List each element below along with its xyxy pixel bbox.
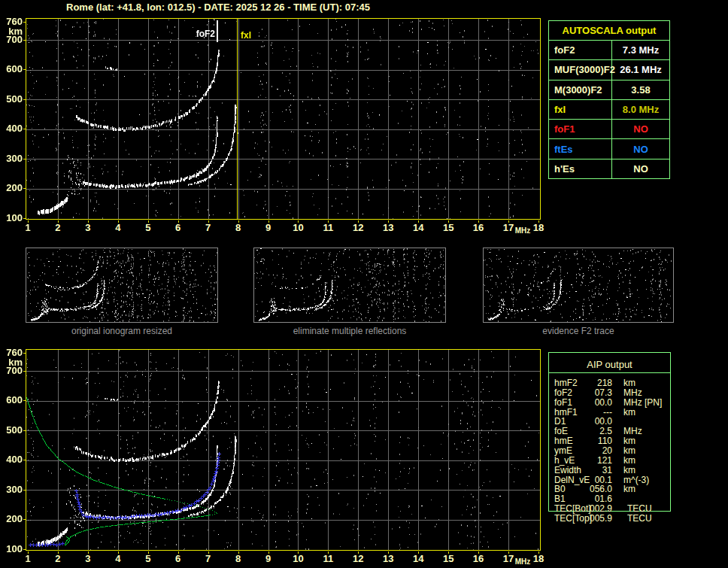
y-axis-tick bbox=[23, 22, 26, 23]
table-cell-unit: km bbox=[623, 484, 635, 494]
table-row: M(3000)F23.58 bbox=[549, 80, 669, 100]
y-axis-tick bbox=[23, 460, 26, 460]
table-cell-unit: km bbox=[623, 436, 635, 445]
table-cell-label: foF2 bbox=[549, 41, 612, 59]
table-cell-value: 01.6 bbox=[572, 494, 612, 503]
y-axis-tick-label: 400 bbox=[0, 454, 23, 465]
table-cell-unit: km bbox=[623, 378, 635, 387]
table-cell-value: NO bbox=[612, 123, 669, 135]
x-axis-tick-label: 3 bbox=[79, 554, 97, 564]
y-axis-tick-label: 200 bbox=[0, 183, 23, 193]
bottom-ionogram-canvas bbox=[26, 349, 541, 551]
table-cell-unit: MHz bbox=[623, 427, 642, 436]
x-axis-tick bbox=[178, 551, 179, 554]
table-cell-label: ymE bbox=[554, 446, 572, 455]
y-axis-tick-label: 600 bbox=[0, 395, 23, 405]
table-cell-label: D1 bbox=[554, 417, 566, 426]
table-cell-value: 31 bbox=[572, 466, 612, 475]
x-axis-tick bbox=[508, 220, 509, 223]
table-cell-unit: km bbox=[623, 466, 635, 475]
table-cell-label: foE bbox=[554, 427, 568, 436]
aip-header-divider bbox=[549, 372, 670, 373]
x-axis-tick-label: 9 bbox=[259, 223, 278, 233]
table-cell-value: NO bbox=[612, 163, 669, 175]
x-axis-tick bbox=[118, 220, 119, 223]
table-cell-value: 218 bbox=[572, 378, 612, 387]
table-cell-value: NO bbox=[612, 144, 669, 155]
x-axis-tick bbox=[358, 551, 359, 554]
y-axis-tick bbox=[23, 218, 26, 219]
x-axis-tick-label: 16 bbox=[469, 223, 487, 233]
y-axis-tick-label: 500 bbox=[0, 425, 23, 436]
y-axis-tick-label: 200 bbox=[0, 514, 23, 524]
table-cell-label: hmE bbox=[554, 436, 573, 445]
x-axis-tick bbox=[58, 551, 59, 554]
table-cell-value: 00.0 bbox=[572, 417, 612, 426]
y-axis-tick bbox=[23, 353, 26, 354]
fof2-marker-label: foF2 bbox=[187, 29, 215, 39]
thumbnail-caption-original: original ionogram resized bbox=[19, 326, 225, 336]
y-axis-tick bbox=[23, 129, 26, 129]
x-axis-tick bbox=[478, 551, 479, 554]
table-cell-value: 110 bbox=[572, 436, 612, 445]
y-axis-unit: km bbox=[0, 26, 23, 37]
x-axis-tick bbox=[268, 551, 269, 554]
x-axis-tick-label: 8 bbox=[229, 554, 247, 564]
y-axis-tick bbox=[23, 99, 26, 100]
x-axis-tick bbox=[538, 551, 539, 554]
x-axis-tick-label: 5 bbox=[139, 223, 157, 233]
x-axis-tick bbox=[88, 220, 89, 223]
x-axis-tick-label: 12 bbox=[349, 223, 367, 233]
thumbnail-caption-evidence: evidence F2 trace bbox=[476, 326, 681, 336]
x-axis-tick bbox=[328, 551, 329, 554]
x-axis-tick bbox=[178, 220, 179, 223]
y-axis-tick bbox=[23, 549, 26, 550]
x-axis-tick-label: 4 bbox=[109, 554, 127, 564]
y-axis-tick-label: 600 bbox=[0, 64, 23, 74]
x-axis-tick bbox=[88, 551, 89, 554]
x-axis-tick bbox=[418, 551, 419, 554]
table-row: foF1NO bbox=[549, 120, 669, 139]
x-axis-tick-label: 6 bbox=[169, 554, 187, 564]
table-row: h'EsNO bbox=[549, 159, 669, 178]
x-axis-tick-label: 13 bbox=[379, 554, 397, 564]
thumbnail-eliminate-multiple-reflections bbox=[253, 248, 446, 323]
table-cell-value: 002.9 bbox=[572, 504, 612, 513]
x-axis-tick-label: 12 bbox=[349, 554, 367, 564]
table-cell-value: 7.3 MHz bbox=[612, 44, 669, 56]
x-axis-tick bbox=[448, 551, 449, 554]
station-header: Rome (lat: +41.8, lon: 012.5) - DATE: 20… bbox=[66, 2, 370, 13]
y-axis-tick-label: 300 bbox=[0, 153, 23, 164]
table-cell-value: 26.1 MHz bbox=[612, 64, 669, 75]
x-axis-tick bbox=[478, 220, 479, 223]
table-cell-value: 00.0 bbox=[572, 398, 612, 407]
x-axis-tick bbox=[238, 220, 239, 223]
x-axis-tick bbox=[358, 220, 359, 223]
table-cell-value: 056.0 bbox=[572, 484, 612, 494]
y-axis-tick-label: 400 bbox=[0, 123, 23, 134]
x-axis-tick-label: 15 bbox=[439, 223, 457, 233]
x-axis-tick-label: 6 bbox=[169, 223, 187, 233]
y-axis-tick-label: 100 bbox=[0, 213, 23, 223]
table-cell-value: 121 bbox=[572, 456, 612, 465]
x-axis-tick bbox=[538, 220, 539, 223]
x-axis-tick bbox=[208, 551, 209, 554]
x-axis-tick bbox=[118, 551, 119, 554]
y-axis-tick-label: 500 bbox=[0, 94, 23, 105]
thumbnail-original-ionogram bbox=[26, 248, 218, 323]
y-axis-tick bbox=[23, 159, 26, 159]
x-axis-tick bbox=[238, 551, 239, 554]
y-axis-tick bbox=[23, 490, 26, 491]
table-cell-label: foF1 bbox=[554, 398, 572, 407]
x-axis-tick bbox=[418, 220, 419, 223]
table-cell-unit: TECU bbox=[627, 504, 652, 513]
x-axis-tick bbox=[28, 551, 29, 554]
y-axis-tick bbox=[23, 371, 26, 372]
thumbnail-caption-eliminate: eliminate multiple reflections bbox=[247, 326, 453, 336]
x-axis-tick-label: 5 bbox=[139, 554, 157, 564]
table-cell-value: 2.5 bbox=[572, 427, 612, 436]
x-axis-tick-label: 7 bbox=[199, 554, 217, 564]
table-cell-label: h'Es bbox=[549, 159, 612, 178]
y-axis-tick bbox=[23, 430, 26, 431]
y-axis-tick bbox=[23, 69, 26, 70]
